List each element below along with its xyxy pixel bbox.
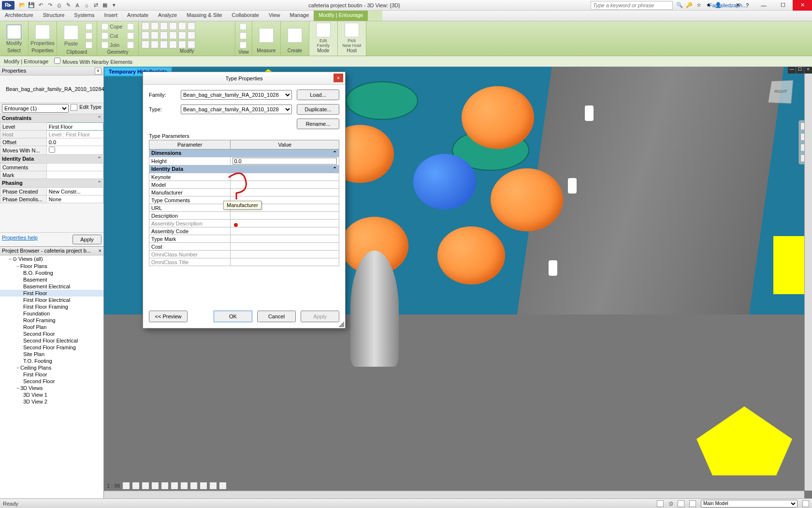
preview-button[interactable]: << Preview xyxy=(149,311,188,322)
close-properties-icon[interactable]: × xyxy=(95,68,102,75)
undo-icon[interactable]: ↶ xyxy=(37,1,44,9)
threed-item[interactable]: 3D View 1 xyxy=(0,391,103,398)
tab-systems[interactable]: Systems xyxy=(69,11,99,21)
join-button[interactable]: Join xyxy=(100,41,124,49)
home-icon[interactable]: ⌂ xyxy=(83,1,90,9)
floor-plans-node[interactable]: −Floor Plans xyxy=(0,263,103,269)
fp-item[interactable]: Basement Electrical xyxy=(0,283,103,290)
pick-new-host-button[interactable]: Pick New Host xyxy=(341,23,363,48)
align-icon[interactable] xyxy=(142,22,149,30)
exchange-icon[interactable]: ✕ xyxy=(734,1,741,9)
tab-analyze[interactable]: Analyze xyxy=(153,11,182,21)
dropdown-icon[interactable]: ▾ xyxy=(110,1,118,9)
measure-tool[interactable] xyxy=(255,28,277,43)
app-icon[interactable]: R▸ xyxy=(2,1,14,10)
reveal-hidden-icon[interactable] xyxy=(209,482,217,490)
cut-button[interactable]: Cut xyxy=(100,31,124,40)
resize-grip[interactable] xyxy=(338,321,344,327)
tool-d-icon[interactable] xyxy=(169,41,177,48)
user-name[interactable]: Fantailedzaph... xyxy=(724,1,732,9)
worksharing-icon[interactable] xyxy=(219,482,227,490)
load-button[interactable]: Load... xyxy=(297,90,339,100)
cope-button[interactable]: Cope xyxy=(100,22,124,31)
cancel-button[interactable]: Cancel xyxy=(257,311,296,322)
tool-f-icon[interactable] xyxy=(188,41,195,48)
scale-icon[interactable] xyxy=(169,31,177,39)
threed-item[interactable]: 3D View 2 xyxy=(0,398,103,405)
section-identity[interactable]: Identity Data⌃ xyxy=(0,155,103,163)
tool-b-icon[interactable] xyxy=(151,41,159,48)
sun-path-icon[interactable] xyxy=(142,482,149,490)
apply-button[interactable]: Apply xyxy=(72,235,102,244)
tab-structure[interactable]: Structure xyxy=(38,11,70,21)
tab-massing[interactable]: Massing & Site xyxy=(182,11,227,21)
status-icon-2[interactable] xyxy=(678,500,684,507)
delete-icon[interactable] xyxy=(188,31,195,39)
close-button[interactable]: ✕ xyxy=(793,0,812,11)
cost-value[interactable] xyxy=(231,243,339,251)
tab-manage[interactable]: Manage xyxy=(285,11,314,21)
mirror-icon[interactable] xyxy=(160,22,168,30)
fp-item[interactable]: Basement xyxy=(0,276,103,283)
paste-button[interactable]: Paste xyxy=(60,25,82,46)
rendering-icon[interactable] xyxy=(161,482,169,490)
type-mark-value[interactable] xyxy=(231,235,339,243)
views-node[interactable]: −⊙ Views (all) xyxy=(0,255,103,263)
close-hidden-icon[interactable]: ▦ xyxy=(101,1,109,9)
mark-value[interactable] xyxy=(46,171,103,179)
viewcube[interactable]: RIGHT xyxy=(759,71,802,114)
properties-button[interactable]: Properties xyxy=(31,25,54,46)
design-options-icon[interactable] xyxy=(802,500,809,507)
tab-architecture[interactable]: Architecture xyxy=(0,11,38,21)
level-value[interactable]: First Floor xyxy=(46,123,103,131)
tab-modify-entourage[interactable]: Modify | Entourage xyxy=(314,11,368,21)
rename-button[interactable]: Rename... xyxy=(297,119,339,129)
scale-label[interactable]: 1 : 96 xyxy=(107,483,120,489)
share-icon[interactable]: ☆ xyxy=(695,1,703,9)
tool-a-icon[interactable] xyxy=(142,41,149,48)
array-icon[interactable] xyxy=(160,31,168,39)
crop-icon[interactable] xyxy=(171,482,178,490)
cp-item[interactable]: First Floor xyxy=(0,371,103,378)
ok-button[interactable]: OK xyxy=(214,311,252,322)
tab-annotate[interactable]: Annotate xyxy=(122,11,153,21)
fp-item[interactable]: First Floor Framing xyxy=(0,303,103,310)
properties-help-link[interactable]: Properties help xyxy=(2,235,38,244)
offset-value[interactable]: 0.0 xyxy=(46,138,103,146)
maximize-button[interactable]: ☐ xyxy=(773,0,793,11)
phase-created-value[interactable]: New Constr... xyxy=(46,188,103,195)
search-input[interactable] xyxy=(591,1,673,10)
keynote-value[interactable] xyxy=(231,173,339,181)
ceiling-plans-node[interactable]: −Ceiling Plans xyxy=(0,364,103,371)
edit-family-button[interactable]: Edit Family xyxy=(312,23,334,48)
tool-e-icon[interactable] xyxy=(178,41,186,48)
geom-tool-3[interactable] xyxy=(126,41,135,49)
dialog-title-bar[interactable]: Type Properties × xyxy=(143,72,345,85)
lock-3d-icon[interactable] xyxy=(190,482,198,490)
fp-item[interactable]: Second Floor xyxy=(0,330,103,337)
moves-with-value[interactable] xyxy=(46,146,103,155)
workset-select[interactable]: Main Model xyxy=(701,500,798,508)
print-icon[interactable]: ⎙ xyxy=(55,1,63,9)
text-icon[interactable]: A xyxy=(73,1,81,9)
cut-clipboard[interactable] xyxy=(84,22,94,31)
type-selector[interactable]: Bean_bag_chair_family_RA_2010_10284 xyxy=(0,75,103,103)
assembly-code-value[interactable] xyxy=(231,227,339,235)
edit-type-label[interactable]: Edit Type xyxy=(79,104,102,113)
close-browser-icon[interactable]: × xyxy=(99,248,102,254)
copy-clipboard[interactable] xyxy=(84,31,94,40)
fp-item[interactable]: Roof Framing xyxy=(0,317,103,324)
open-icon[interactable]: 📂 xyxy=(18,1,26,9)
phase-demolished-value[interactable]: None xyxy=(46,195,103,203)
section-phasing[interactable]: Phasing⌃ xyxy=(0,179,103,187)
section-constraints[interactable]: Constraints⌃ xyxy=(0,114,103,122)
fp-item[interactable]: B.O. Footing xyxy=(0,269,103,276)
switch-icon[interactable]: ⇄ xyxy=(92,1,100,9)
model-value[interactable] xyxy=(231,181,339,189)
dialog-close-button[interactable]: × xyxy=(334,74,343,82)
height-value[interactable] xyxy=(231,157,339,165)
tab-contextual-extra[interactable] xyxy=(368,11,382,21)
trim-icon[interactable] xyxy=(142,31,149,39)
key-icon[interactable]: 🔑 xyxy=(685,1,693,9)
instance-selector[interactable]: Entourage (1) xyxy=(2,104,69,113)
